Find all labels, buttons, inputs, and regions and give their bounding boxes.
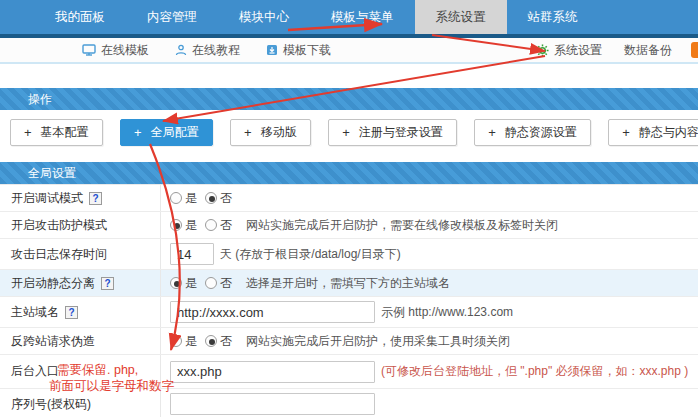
field-hint: 示例 http://www.123.com: [381, 304, 513, 321]
nav-item-site-group[interactable]: 站群系统: [507, 0, 599, 34]
toolbar-item-label: 数据备份: [624, 42, 672, 59]
admin-settings-page: 我的面板 内容管理 模块中心 模板与菜单 系统设置 站群系统 在线模板 在线教程: [0, 0, 698, 417]
radio-label: 否: [220, 190, 232, 207]
form-row-csrf-protection: 反跨站请求伪造 是 否 网站实施完成后开启防护，使用采集工具时须关闭: [0, 328, 698, 355]
radio-yes[interactable]: [170, 277, 182, 289]
radio-label: 是: [185, 217, 197, 234]
spacer: [0, 64, 698, 88]
toolbar-item-template-download[interactable]: 模板下载: [266, 42, 331, 59]
op-button-basic-config[interactable]: +基本配置: [10, 119, 103, 146]
nav-item-modules[interactable]: 模块中心: [218, 0, 310, 34]
form-row-attack-protection: 开启攻击防护模式 是 否 网站实施完成后开启防护，需要在线修改模板及标签时关闭: [0, 212, 698, 239]
toolbar-item-online-templates[interactable]: 在线模板: [82, 42, 149, 59]
help-icon[interactable]: ?: [101, 277, 114, 290]
toolbar-item-system-settings[interactable]: 系统设置: [536, 42, 602, 59]
radio-label: 是: [185, 333, 197, 350]
user-icon: [175, 44, 187, 56]
radio-no[interactable]: [205, 219, 217, 231]
op-button-label: 全局配置: [151, 124, 199, 141]
annotation-note: 需要保留. php, 前面可以是字母和数字: [57, 362, 174, 394]
op-button-label: 静态与内容设置: [639, 124, 698, 141]
operations-header: 操作: [0, 88, 698, 110]
nav-item-content[interactable]: 内容管理: [126, 0, 218, 34]
field-label: 开启动静态分离: [11, 275, 95, 292]
nav-item-system-settings[interactable]: 系统设置: [415, 0, 507, 34]
radio-label: 否: [220, 217, 232, 234]
plus-icon: +: [622, 125, 630, 140]
radio-no[interactable]: [205, 192, 217, 204]
field-hint: 选择是开启时，需填写下方的主站域名: [246, 275, 450, 292]
plus-icon: +: [488, 125, 496, 140]
plus-icon: +: [244, 125, 252, 140]
serial-number-input[interactable]: [170, 393, 375, 415]
form-row-attack-log-days: 攻击日志保存时间 天 (存放于根目录/data/log/目录下): [0, 239, 698, 270]
download-icon: [266, 44, 278, 56]
field-hint: 网站实施完成后开启防护，需要在线修改模板及标签时关闭: [246, 217, 558, 234]
op-button-label: 注册与登录设置: [359, 124, 443, 141]
field-label: 主站域名: [11, 304, 59, 321]
radio-label: 是: [185, 190, 197, 207]
field-hint: 天 (存放于根目录/data/log/目录下): [220, 246, 401, 263]
op-button-static-content[interactable]: +静态与内容设置: [608, 119, 698, 146]
form-row-dynamic-static-separation: 开启动静态分离 ? 是 否 选择是开启时，需填写下方的主站域名: [0, 270, 698, 297]
op-button-label: 移动版: [261, 124, 297, 141]
radio-yes[interactable]: [170, 219, 182, 231]
radio-yes[interactable]: [170, 335, 182, 347]
radio-label: 否: [220, 333, 232, 350]
field-label: 反跨站请求伪造: [11, 333, 95, 350]
radio-label: 否: [220, 275, 232, 292]
edge-tab[interactable]: [691, 42, 698, 58]
plus-icon: +: [134, 125, 142, 140]
site-domain-input[interactable]: [170, 301, 375, 323]
field-label: 开启调试模式: [11, 190, 83, 207]
op-button-register-login[interactable]: +注册与登录设置: [328, 119, 457, 146]
top-nav: 我的面板 内容管理 模块中心 模板与菜单 系统设置 站群系统: [0, 0, 698, 34]
spacer: [0, 150, 698, 162]
annotation-line2: 前面可以是字母和数字: [49, 378, 174, 394]
plus-icon: +: [342, 125, 350, 140]
secondary-toolbar: 在线模板 在线教程 模板下载 系统设置: [0, 38, 698, 64]
operations-button-row: +基本配置 +全局配置 +移动版 +注册与登录设置 +静态资源设置 +静态与内容…: [0, 110, 698, 150]
op-button-global-config[interactable]: +全局配置: [120, 119, 213, 146]
radio-yes[interactable]: [170, 192, 182, 204]
admin-entry-input[interactable]: [170, 361, 375, 383]
op-button-label: 静态资源设置: [505, 124, 577, 141]
form-row-admin-entry: 后台入口 需要保留. php, 前面可以是字母和数字 (可修改后台登陆地址，但 …: [0, 355, 698, 389]
radio-no[interactable]: [205, 335, 217, 347]
toolbar-item-label: 模板下载: [283, 42, 331, 59]
plus-icon: +: [24, 125, 32, 140]
toolbar-item-online-tutorial[interactable]: 在线教程: [175, 42, 240, 59]
radio-no[interactable]: [205, 277, 217, 289]
toolbar-item-label: 在线模板: [101, 42, 149, 59]
field-label: 攻击日志保存时间: [11, 246, 107, 263]
op-button-static-resource[interactable]: +静态资源设置: [474, 119, 591, 146]
field-label: 序列号(授权码): [11, 396, 91, 413]
form-row-debug-mode: 开启调试模式 ? 是 否: [0, 185, 698, 212]
help-icon[interactable]: ?: [65, 306, 78, 319]
nav-item-dashboard[interactable]: 我的面板: [34, 0, 126, 34]
radio-label: 是: [185, 275, 197, 292]
toolbar-item-label: 在线教程: [192, 42, 240, 59]
op-button-label: 基本配置: [41, 124, 89, 141]
field-hint: (可修改后台登陆地址，但 ".php" 必须保留，如：xxx.php ): [381, 363, 688, 380]
annotation-line1: 需要保留. php,: [57, 363, 138, 377]
attack-log-days-input[interactable]: [170, 243, 214, 265]
help-icon[interactable]: ?: [89, 192, 102, 205]
form-row-site-domain: 主站域名 ? 示例 http://www.123.com: [0, 297, 698, 328]
monitor-icon: [82, 44, 96, 56]
toolbar-item-data-backup[interactable]: 数据备份: [624, 42, 672, 59]
toolbar-item-label: 系统设置: [554, 42, 602, 59]
global-settings-form: 开启调试模式 ? 是 否 开启攻击防护模式 是 否 网站实施完成后开启防护，需要…: [0, 184, 698, 417]
op-button-mobile-version[interactable]: +移动版: [230, 119, 311, 146]
field-hint: 网站实施完成后开启防护，使用采集工具时须关闭: [246, 333, 510, 350]
nav-item-templates-menu[interactable]: 模板与菜单: [310, 0, 415, 34]
field-label: 开启攻击防护模式: [11, 217, 107, 234]
global-settings-header: 全局设置: [0, 162, 698, 184]
gear-icon: [536, 44, 549, 57]
